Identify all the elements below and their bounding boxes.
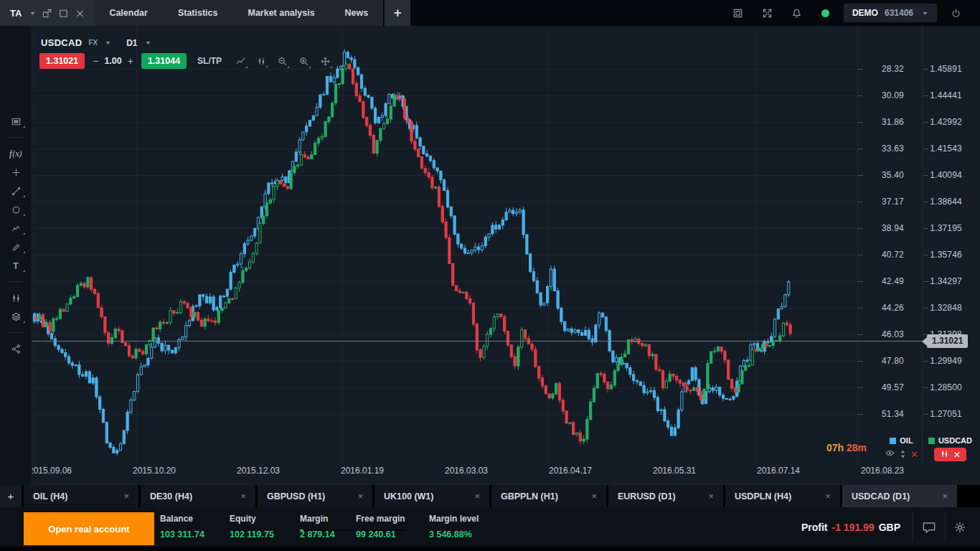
chat-icon[interactable] — [920, 507, 938, 547]
waves-icon[interactable] — [8, 223, 24, 233]
tab-calendar[interactable]: Calendar — [94, 0, 163, 26]
text-icon[interactable]: T — [8, 260, 24, 270]
move-icon[interactable] — [320, 56, 331, 67]
instrument-tab-gbpusd[interactable]: GBPUSD (H1)× — [258, 485, 372, 507]
volume-increase-button[interactable]: + — [128, 55, 133, 67]
usdcad-axis-label: 1.41543 — [925, 143, 962, 154]
maximize-icon[interactable] — [58, 8, 69, 19]
window-edge — [0, 547, 980, 551]
buy-button[interactable]: 1.31044 — [141, 53, 187, 69]
indicator-icon[interactable] — [8, 293, 24, 303]
countdown-hours: 07h — [826, 442, 844, 453]
close-icon[interactable] — [75, 8, 85, 19]
zoom-in-icon[interactable] — [298, 56, 309, 67]
close-tab-icon[interactable]: × — [240, 491, 246, 501]
tab-news[interactable]: News — [330, 0, 384, 26]
layout-icon[interactable] — [723, 8, 753, 19]
fx-icon[interactable]: f(x) — [8, 149, 24, 159]
workspace-menu[interactable]: TA — [0, 0, 94, 26]
trade-controls: 1.31021 − 1.00 + 1.31044 SL/TP — [39, 53, 331, 69]
volume-value[interactable]: 1.00 — [104, 56, 121, 66]
add-tab-button[interactable]: + — [385, 0, 410, 26]
chart-window-icon[interactable] — [8, 116, 24, 126]
legend-item-usdcad: USDCAD ✕ — [928, 436, 972, 461]
gridline — [32, 361, 857, 362]
usdcad-axis-label: 1.34297 — [925, 276, 962, 286]
tab-label: GBPPLN (H1) — [501, 491, 558, 501]
gridline — [32, 308, 857, 309]
metric-free-margin: Free margin99 240.61 — [356, 514, 429, 540]
account-number: 631406 — [885, 8, 913, 18]
close-tab-icon[interactable]: × — [942, 491, 948, 501]
drawing-toolbar: f(x)T — [0, 26, 32, 485]
add-icon[interactable] — [8, 167, 24, 177]
divider — [945, 512, 946, 542]
remove-oil-icon[interactable]: ✕ — [910, 451, 918, 458]
usdcad-axis-label: 1.32848 — [925, 303, 962, 313]
chart-canvas[interactable]: 1.31021 07h 28m OIL ✕ USDCAD ✕ — [0, 26, 980, 485]
fullscreen-icon[interactable] — [753, 8, 782, 19]
chevron-down-icon[interactable] — [105, 39, 111, 46]
usdcad-axis-label: 1.37195 — [925, 223, 962, 233]
oil-swatch — [890, 438, 896, 444]
date-axis-label: 2016.04.17 — [549, 466, 592, 476]
instrument-tab-eurusd[interactable]: EURUSD (D1)× — [608, 485, 723, 507]
instrument-tab-gbppln[interactable]: GBPPLN (H1)× — [491, 485, 606, 507]
usdcad-chart-type-pill[interactable]: ✕ — [934, 448, 966, 461]
close-tab-icon[interactable]: × — [357, 491, 363, 501]
close-tab-icon[interactable]: × — [123, 491, 129, 501]
power-icon[interactable] — [941, 8, 971, 19]
gridline — [549, 26, 550, 465]
oil-axis-label: 33.63 — [859, 143, 904, 154]
pencil-icon[interactable] — [8, 242, 24, 252]
open-real-account-button[interactable]: Open real account — [24, 512, 154, 545]
profit-label: Profit — [801, 522, 828, 533]
oil-axis-label: 38.94 — [859, 223, 904, 233]
candles-icon[interactable] — [257, 57, 266, 66]
sltp-button[interactable]: SL/TP — [197, 56, 222, 66]
instrument-tab-usdpln[interactable]: USDPLN (H4)× — [725, 485, 840, 507]
share-icon[interactable] — [8, 344, 24, 354]
visibility-eye-icon[interactable] — [885, 448, 895, 461]
gridline — [32, 95, 857, 96]
add-instrument-tab-button[interactable]: + — [0, 485, 22, 507]
instrument-tab-oil[interactable]: OIL (H4)× — [24, 485, 138, 507]
chevron-down-icon — [29, 10, 36, 17]
market-selector[interactable]: FX — [88, 39, 98, 47]
instrument-tab-usdcad[interactable]: USDCAD (D1)× — [842, 485, 957, 507]
timeframe-selector[interactable]: D1 — [126, 38, 137, 48]
gridline — [32, 202, 857, 202]
layers-icon[interactable] — [8, 311, 24, 321]
gridline — [32, 255, 857, 255]
sell-button[interactable]: 1.31021 — [39, 53, 85, 69]
close-tab-icon[interactable]: × — [591, 491, 597, 501]
close-tab-icon[interactable]: × — [474, 491, 480, 501]
line-chart-icon[interactable] — [235, 56, 246, 67]
close-tab-icon[interactable]: × — [825, 491, 831, 501]
tab-market-analysis[interactable]: Market analysis — [232, 0, 329, 26]
gear-icon[interactable] — [953, 507, 967, 547]
profit-value: -1 191.99 — [831, 522, 874, 533]
account-selector[interactable]: DEMO 631406 — [844, 4, 937, 22]
tab-statistics[interactable]: Statistics — [163, 0, 233, 26]
instrument-tab-uk100[interactable]: UK100 (W1)× — [374, 485, 489, 507]
close-tab-icon[interactable]: × — [708, 491, 714, 501]
popout-icon[interactable] — [42, 8, 52, 19]
tab-label: DE30 (H4) — [150, 491, 192, 501]
ellipse-icon[interactable] — [8, 204, 24, 215]
legend-oil-label: OIL — [900, 436, 913, 445]
margin-usage-bar — [300, 529, 405, 531]
gridline — [32, 414, 857, 415]
zoom-out-icon[interactable] — [277, 56, 288, 67]
instrument-tab-de30[interactable]: DE30 (H4)× — [141, 485, 255, 507]
oil-axis-label: 42.49 — [859, 276, 904, 286]
reorder-arrows-icon[interactable] — [900, 448, 906, 461]
gridline — [32, 122, 857, 123]
trendline-icon[interactable] — [8, 186, 24, 196]
bell-icon[interactable] — [782, 8, 811, 19]
oil-axis-label: 31.86 — [859, 117, 904, 127]
volume-decrease-button[interactable]: − — [93, 55, 98, 67]
metric-balance: Balance103 311.74 — [160, 514, 230, 540]
close-icon[interactable]: ✕ — [953, 451, 961, 459]
chevron-down-icon[interactable] — [145, 39, 151, 46]
